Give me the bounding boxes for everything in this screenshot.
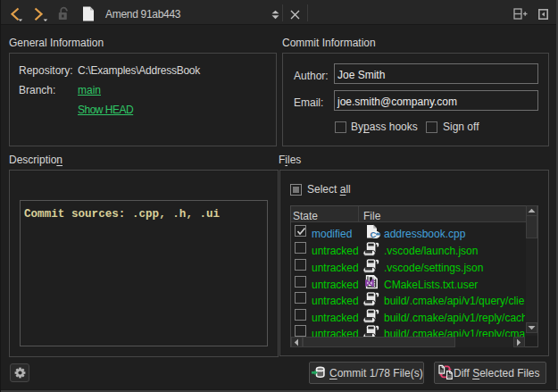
svg-text:C: C: [371, 229, 377, 239]
